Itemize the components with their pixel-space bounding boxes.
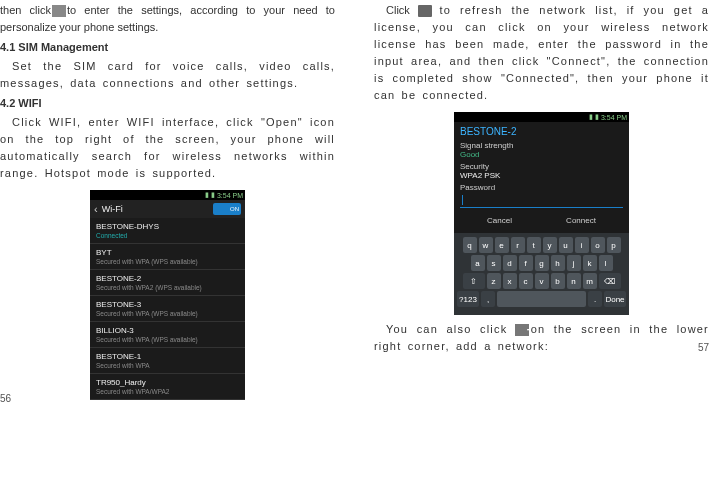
key[interactable]: o [591, 237, 605, 253]
space-key[interactable] [497, 291, 586, 307]
network-status: Secured with WPA (WPS available) [96, 258, 239, 265]
wifi-connect-dialog: BESTONE-2 Signal strength Good Security … [454, 122, 629, 233]
wifi-toggle[interactable]: ON [213, 203, 241, 215]
signal-strength-label: Signal strength [460, 141, 623, 150]
key[interactable]: b [551, 273, 565, 289]
key[interactable]: c [519, 273, 533, 289]
heading-wifi: 4.2 WIFI [0, 95, 335, 112]
password-input[interactable] [460, 194, 623, 208]
period-key[interactable]: . [588, 291, 602, 307]
password-label: Password [460, 183, 623, 192]
key[interactable]: n [567, 273, 581, 289]
wifi-network-item[interactable]: BESTONE-DHYS Connected [90, 218, 245, 244]
key[interactable]: e [495, 237, 509, 253]
text: Set the SIM card for voice calls, video … [0, 60, 335, 89]
done-key[interactable]: Done [604, 291, 626, 307]
wifi-network-item[interactable]: BILLION-3 Secured with WPA (WPS availabl… [90, 322, 245, 348]
wifi-screen-header: ‹ Wi-Fi ON [90, 200, 245, 218]
key[interactable]: w [479, 237, 493, 253]
signal-strength-value: Good [460, 150, 623, 159]
wifi-connect-screenshot: ▮ ▮ 3:54 PM BESTONE-2 Signal strength Go… [454, 112, 629, 315]
android-status-bar: ▮ ▮ 3:54 PM [454, 112, 629, 122]
keyboard-row: a s d f g h j k l [457, 255, 626, 271]
paragraph: Click to refresh the network list, if yo… [374, 2, 709, 104]
page-number: 57 [698, 342, 709, 353]
key[interactable]: t [527, 237, 541, 253]
status-time: 3:54 PM [217, 192, 243, 199]
comma-key[interactable]: , [481, 291, 495, 307]
network-name: BILLION-3 [96, 326, 239, 335]
paragraph: then clickto enter the settings, accordi… [0, 2, 335, 36]
keyboard-row: q w e r t y u i o p [457, 237, 626, 253]
key[interactable]: d [503, 255, 517, 271]
security-value: WPA2 PSK [460, 171, 623, 180]
network-status: Secured with WPA/WPA2 [96, 388, 239, 395]
key[interactable]: m [583, 273, 597, 289]
wifi-network-item[interactable]: BESTONE-1 Secured with WPA [90, 348, 245, 374]
text: then click [0, 4, 51, 16]
text: to refresh the network list, if you get … [374, 4, 709, 101]
key[interactable]: u [559, 237, 573, 253]
security-label: Security [460, 162, 623, 171]
network-name: BESTONE-DHYS [96, 222, 239, 231]
key[interactable]: z [487, 273, 501, 289]
key[interactable]: i [575, 237, 589, 253]
cancel-button[interactable]: Cancel [487, 216, 512, 225]
status-time: 3:54 PM [601, 114, 627, 121]
paragraph: You can also click +on the screen in the… [374, 321, 709, 355]
dialog-network-name: BESTONE-2 [460, 126, 623, 137]
shift-key[interactable]: ⇧ [463, 273, 485, 289]
key[interactable]: j [567, 255, 581, 271]
network-name: TR950_Hardy [96, 378, 239, 387]
text: Click WIFI, enter WIFI interface, click … [0, 116, 335, 179]
key[interactable]: a [471, 255, 485, 271]
signal-icon: ▮ [589, 113, 593, 121]
network-status: Secured with WPA (WPS available) [96, 310, 239, 317]
key[interactable]: l [599, 255, 613, 271]
paragraph: Set the SIM card for voice calls, video … [0, 58, 335, 92]
wifi-list-screenshot: ▮ ▮ 3:54 PM ‹ Wi-Fi ON BESTONE-DHYS Conn… [90, 190, 245, 400]
wifi-network-item[interactable]: BESTONE-2 Secured with WPA2 (WPS availab… [90, 270, 245, 296]
network-name: BYT [96, 248, 239, 257]
keyboard-row: ?123 , . Done [457, 291, 626, 307]
network-status: Secured with WPA (WPS available) [96, 336, 239, 343]
text: Click [386, 4, 410, 16]
key[interactable]: y [543, 237, 557, 253]
wifi-network-item[interactable]: BESTONE-3 Secured with WPA (WPS availabl… [90, 296, 245, 322]
wifi-network-item[interactable]: BYT Secured with WPA (WPS available) [90, 244, 245, 270]
key[interactable]: g [535, 255, 549, 271]
back-icon[interactable]: ‹ [94, 203, 98, 215]
key[interactable]: r [511, 237, 525, 253]
battery-icon: ▮ [211, 191, 215, 199]
key[interactable]: x [503, 273, 517, 289]
manual-page-56: then clickto enter the settings, accordi… [0, 0, 335, 408]
key[interactable]: p [607, 237, 621, 253]
android-status-bar: ▮ ▮ 3:54 PM [90, 190, 245, 200]
network-status: Secured with WPA2 (WPS available) [96, 284, 239, 291]
text: You can also click [386, 323, 507, 335]
key[interactable]: f [519, 255, 533, 271]
settings-icon [52, 5, 66, 17]
connect-button[interactable]: Connect [566, 216, 596, 225]
network-name: BESTONE-1 [96, 352, 239, 361]
page-number: 56 [0, 393, 11, 404]
keyboard-row: ⇧ z x c v b n m ⌫ [457, 273, 626, 289]
text-cursor [462, 195, 463, 205]
heading-sim-management: 4.1 SIM Management [0, 39, 335, 56]
network-status: Secured with WPA [96, 362, 239, 369]
refresh-icon [418, 5, 432, 17]
key[interactable]: v [535, 273, 549, 289]
wifi-title: Wi-Fi [102, 204, 123, 214]
wifi-network-item[interactable]: TR950_Hardy Secured with WPA/WPA2 [90, 374, 245, 400]
key[interactable]: h [551, 255, 565, 271]
paragraph: Click WIFI, enter WIFI interface, click … [0, 114, 335, 182]
key[interactable]: s [487, 255, 501, 271]
onscreen-keyboard: q w e r t y u i o p a s d f g h j k l [454, 233, 629, 315]
symbols-key[interactable]: ?123 [457, 291, 479, 307]
key[interactable]: k [583, 255, 597, 271]
backspace-key[interactable]: ⌫ [599, 273, 621, 289]
network-name: BESTONE-2 [96, 274, 239, 283]
key[interactable]: q [463, 237, 477, 253]
manual-page-57: Click to refresh the network list, if yo… [374, 0, 709, 357]
dialog-button-row: Cancel Connect [460, 214, 623, 229]
